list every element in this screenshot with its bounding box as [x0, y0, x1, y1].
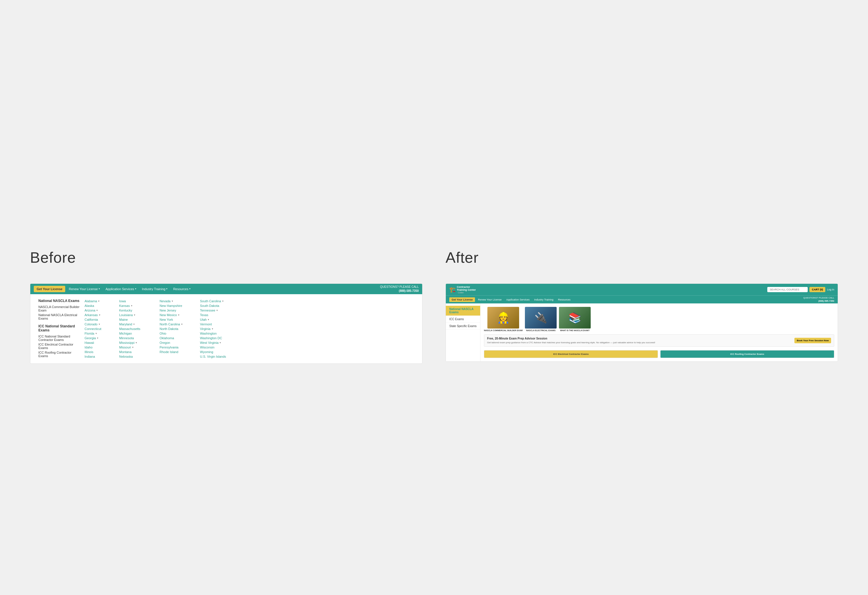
industry-training-link[interactable]: Industry Training ▾	[140, 286, 170, 292]
state-pennsylvania[interactable]: Pennsylvania	[159, 345, 195, 349]
state-kansas[interactable]: Kansas▾	[119, 303, 155, 308]
card-nascla-electrical[interactable]: 🔌 NASCLA ELECTRICAL EXAMS	[525, 307, 557, 332]
chevron-icon: ▾	[136, 341, 137, 344]
state-nevada[interactable]: Nevada▾	[159, 299, 195, 303]
states-col2: Iowa Kansas▾ Kentucky Louisiana▾ Maine M…	[117, 299, 157, 359]
state-west-virginia[interactable]: West Virginia▾	[200, 340, 242, 345]
bottom-card-icc-roofing[interactable]: ICC Roofing Contractor Exams	[660, 350, 834, 358]
chevron-icon: ▾	[132, 346, 134, 349]
resources-link[interactable]: Resources ▾	[171, 286, 193, 292]
state-virginia[interactable]: Virginia▾	[200, 327, 242, 331]
state-south-carolina[interactable]: South Carolina▾	[200, 299, 242, 303]
card-img-what: 📚	[559, 307, 591, 329]
icc-roofing[interactable]: ICC Roofing Contractor Exams	[38, 350, 80, 358]
chevron-icon: ▾	[220, 341, 221, 344]
application-services-link[interactable]: Application Services ▾	[103, 286, 139, 292]
card-what-nascla[interactable]: 📚 WHAT IS THE NASCLA EXAM?	[559, 307, 591, 332]
login-button[interactable]: Log In	[827, 288, 834, 291]
state-new-hampshire[interactable]: New Hampshire	[159, 303, 195, 308]
state-north-dakota[interactable]: North Dakota	[159, 327, 195, 331]
state-wisconsin[interactable]: Wisconsin	[200, 345, 242, 349]
state-new-mexico[interactable]: New Mexico▾	[159, 313, 195, 317]
after-application-link[interactable]: Application Services	[505, 298, 531, 302]
chevron-icon: ▾	[99, 314, 100, 317]
state-florida[interactable]: Florida▾	[84, 331, 115, 336]
state-north-carolina[interactable]: North Carolina▾	[159, 322, 195, 327]
state-indiana[interactable]: Indiana	[84, 354, 115, 359]
state-south-dakota[interactable]: South Dakota	[200, 303, 242, 308]
state-new-jersey[interactable]: New Jersey	[159, 308, 195, 313]
state-wyoming[interactable]: Wyoming	[200, 349, 242, 354]
state-ohio[interactable]: Ohio	[159, 331, 195, 336]
state-california[interactable]: California	[84, 317, 115, 322]
state-alaska[interactable]: Alaska	[84, 303, 115, 308]
chevron-icon: ▾	[216, 309, 218, 312]
nav-phone: QUESTIONS? PLEASE CALL (888)-585-7350	[380, 285, 419, 293]
state-washington-dc[interactable]: Washington DC	[200, 336, 242, 340]
state-arizona[interactable]: Arizona▾	[84, 308, 115, 313]
state-texas[interactable]: Texas	[200, 313, 242, 317]
card-nascla-commercial[interactable]: 👷 NASCLA COMMERCIAL BUILDER EXAM	[484, 307, 523, 332]
nascla-electrical[interactable]: National NASCLA Electrical Exams	[38, 313, 80, 321]
after-resources-link[interactable]: Resources	[557, 298, 572, 302]
state-washington[interactable]: Washington	[200, 331, 242, 336]
get-your-license-btn[interactable]: Get Your License	[34, 286, 65, 292]
state-vermont[interactable]: Vermont	[200, 322, 242, 327]
state-colorado[interactable]: Colorado▾	[84, 322, 115, 327]
logo: 🏗️ ContractorTraining Center · Colibri	[449, 286, 476, 294]
after-get-license-btn[interactable]: Get Your License	[449, 298, 475, 302]
after-renew-link[interactable]: Renew Your License	[476, 298, 503, 302]
state-nebraska[interactable]: Nebraska	[119, 354, 155, 359]
state-missouri[interactable]: Missouri▾	[119, 345, 155, 349]
state-oregon[interactable]: Oregon	[159, 340, 195, 345]
icc-standard[interactable]: ICC National Standard Contractor Exams	[38, 334, 80, 342]
state-new-york[interactable]: New York	[159, 317, 195, 322]
state-kentucky[interactable]: Kentucky	[119, 308, 155, 313]
after-sidebar: National NASCLA Exams ICC Exams State Sp…	[446, 303, 480, 361]
state-tennessee[interactable]: Tennessee▾	[200, 308, 242, 313]
renew-license-link[interactable]: Renew Your License ▾	[66, 286, 102, 292]
logo-sub: · Colibri	[457, 292, 476, 294]
state-iowa[interactable]: Iowa	[119, 299, 155, 303]
icc-electrical[interactable]: ICC Electrical Contractor Exams	[38, 342, 80, 350]
cart-button[interactable]: CART (0)	[809, 287, 825, 292]
before-panel: Get Your License Renew Your License ▾ Ap…	[30, 284, 422, 364]
state-hawaii[interactable]: Hawaii	[84, 340, 115, 345]
state-arkansas[interactable]: Arkansas▾	[84, 313, 115, 317]
state-maryland[interactable]: Maryland▾	[119, 322, 155, 327]
nascla-commercial[interactable]: NASCLA Commercial Builder Exam	[38, 305, 80, 313]
before-section: Before Get Your License Renew Your Licen…	[30, 249, 422, 364]
sidebar-item-nascla[interactable]: National NASCLA Exams	[446, 306, 480, 316]
category-icc: ICC National Standard Exams	[38, 324, 80, 332]
state-louisiana[interactable]: Louisiana▾	[119, 313, 155, 317]
state-idaho[interactable]: Idaho	[84, 345, 115, 349]
advisor-desc: Get tailored exam prep guidance from a C…	[487, 341, 791, 344]
state-alabama[interactable]: Alabama▾	[84, 299, 115, 303]
bottom-card-icc-electrical[interactable]: ICC Electrical Contractor Exams	[484, 350, 658, 358]
after-main: National NASCLA Exams ICC Exams State Sp…	[446, 303, 838, 361]
state-illinois[interactable]: Illinois	[84, 349, 115, 354]
state-connecticut[interactable]: Connecticut	[84, 327, 115, 331]
state-oklahoma[interactable]: Oklahoma	[159, 336, 195, 340]
worker-icon: 👷	[497, 312, 510, 324]
state-rhode-island[interactable]: Rhode Island	[159, 349, 195, 354]
search-input[interactable]	[767, 287, 808, 292]
state-minnesota[interactable]: Minnesota	[119, 336, 155, 340]
state-us-virgin-islands[interactable]: U.S. Virgin Islands	[200, 354, 242, 359]
before-menu-content: National NASCLA Exams NASCLA Commercial …	[30, 294, 422, 364]
sidebar-item-state[interactable]: State Specific Exams	[446, 323, 480, 330]
state-utah[interactable]: Utah▾	[200, 317, 242, 322]
chevron-icon: ▾	[99, 323, 100, 326]
after-training-link[interactable]: Industry Training	[532, 298, 555, 302]
advisor-btn[interactable]: Book Your Free Session Now	[794, 338, 831, 343]
state-mississippi[interactable]: Mississippi▾	[119, 340, 155, 345]
state-maine[interactable]: Maine	[119, 317, 155, 322]
card-img-commercial: 👷	[487, 307, 519, 329]
state-michigan[interactable]: Michigan	[119, 331, 155, 336]
advisor-title: Free, 20-Minute Exam Prep Advisor Sessio…	[487, 337, 791, 340]
state-georgia[interactable]: Georgia▾	[84, 336, 115, 340]
sidebar-item-icc[interactable]: ICC Exams	[446, 316, 480, 323]
state-montana[interactable]: Montana	[119, 349, 155, 354]
logo-text: ContractorTraining Center	[457, 286, 476, 292]
state-massachusetts[interactable]: Massachusetts	[119, 327, 155, 331]
